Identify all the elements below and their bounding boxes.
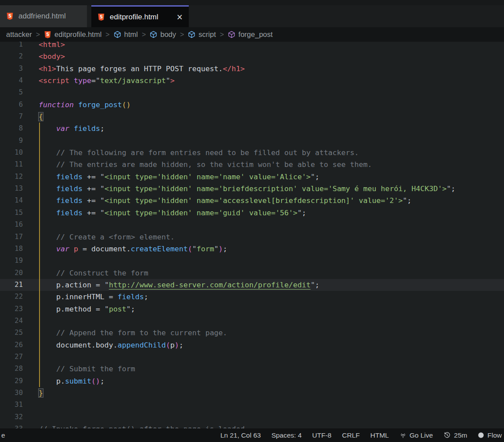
line-number[interactable]: 16 [0, 219, 23, 231]
line-number[interactable]: 26 [0, 339, 23, 351]
breadcrumb-item-body[interactable]: body [150, 30, 176, 39]
breadcrumb-item-forge-post[interactable]: forge_post [228, 30, 273, 39]
code-line-32[interactable]: 32 [0, 411, 504, 423]
code-line-13[interactable]: 13 fields += "<input type='hidden' name=… [0, 183, 504, 195]
line-number[interactable]: 27 [0, 351, 23, 363]
line-number[interactable]: 3 [0, 63, 23, 75]
code-line-29[interactable]: 29 p.submit(); [0, 375, 504, 387]
line-number[interactable]: 18 [0, 243, 23, 255]
code-line-26[interactable]: 26 document.body.appendChild(p); [0, 339, 504, 351]
code-line-6[interactable]: 6function forge_post() [0, 99, 504, 111]
code-line-14[interactable]: 14 fields += "<input type='hidden' name=… [0, 195, 504, 207]
code-line-28[interactable]: 28 // Submit the form [0, 363, 504, 375]
code-text: <script type="text/javascript"> [39, 75, 175, 87]
line-number[interactable]: 12 [0, 171, 23, 183]
breadcrumb-item-attacker[interactable]: attacker [6, 30, 32, 39]
line-number[interactable]: 33 [0, 423, 23, 428]
line-number[interactable]: 9 [0, 135, 23, 147]
line-number[interactable]: 22 [0, 291, 23, 303]
html5-icon: 5 [44, 31, 51, 39]
line-number[interactable]: 15 [0, 207, 23, 219]
code-line-7[interactable]: 7{ [0, 111, 504, 123]
status-item-ln-21-col-63[interactable]: Ln 21, Col 63 [220, 431, 261, 439]
code-line-20[interactable]: 20 // Construct the form [0, 267, 504, 279]
breadcrumb-item-html[interactable]: html [114, 30, 138, 39]
code-line-5[interactable]: 5 [0, 87, 504, 98]
status-item-go-live[interactable]: Go Live [400, 431, 433, 439]
code-token [39, 281, 56, 289]
line-number[interactable]: 19 [0, 255, 23, 267]
status-item-crlf[interactable]: CRLF [342, 431, 360, 439]
code-line-9[interactable]: 9 [0, 135, 504, 147]
line-number[interactable]: 10 [0, 147, 23, 159]
code-area[interactable]: 1<html>2<body>3<h1>This page forges an H… [0, 42, 504, 428]
code-line-8[interactable]: 8 var fields; [0, 123, 504, 134]
code-line-25[interactable]: 25 // Append the form to the current pag… [0, 327, 504, 339]
line-number[interactable]: 7 [0, 111, 23, 123]
line-number[interactable]: 2 [0, 51, 23, 62]
tab-editprofile-html[interactable]: 5editprofile.html× [91, 5, 189, 27]
status-item-utf-8[interactable]: UTF-8 [312, 431, 331, 439]
breadcrumb-item-script[interactable]: script [188, 30, 216, 39]
code-line-27[interactable]: 27 [0, 351, 504, 363]
line-number[interactable]: 4 [0, 75, 23, 87]
line-number[interactable]: 11 [0, 159, 23, 170]
code-line-31[interactable]: 31 [0, 399, 504, 411]
code-line-21[interactable]: 21 p.action = "http://www.seed-server.co… [0, 279, 504, 291]
code-line-1[interactable]: 1<html> [0, 42, 504, 51]
line-number[interactable]: 29 [0, 375, 23, 387]
code-token [39, 185, 56, 193]
status-bar-left: e [1, 428, 5, 442]
code-token: " [214, 245, 219, 253]
code-token: { [39, 112, 43, 121]
code-line-17[interactable]: 17 // Create a <form> element. [0, 231, 504, 243]
status-item-html[interactable]: HTML [370, 431, 389, 439]
code-line-16[interactable]: 16 [0, 219, 504, 231]
line-number[interactable]: 25 [0, 327, 23, 339]
code-line-2[interactable]: 2<body> [0, 51, 504, 62]
line-number[interactable]: 30 [0, 387, 23, 399]
close-icon[interactable]: × [177, 13, 183, 22]
status-item-flow[interactable]: Flow [478, 431, 502, 439]
breadcrumb-item-editprofile-html[interactable]: 5editprofile.html [44, 30, 101, 39]
line-number[interactable]: 20 [0, 267, 23, 279]
line-number[interactable]: 23 [0, 303, 23, 315]
code-line-11[interactable]: 11 // The entries are made hidden, so th… [0, 159, 504, 170]
editor[interactable]: 1<html>2<body>3<h1>This page forges an H… [0, 42, 504, 428]
status-item-e[interactable]: e [1, 431, 5, 439]
svg-text:5: 5 [8, 14, 11, 18]
code-line-33[interactable]: 33// Invoke forge_post() after the page … [0, 423, 504, 428]
code-token: type [74, 76, 91, 85]
line-number[interactable]: 14 [0, 195, 23, 207]
line-number[interactable]: 5 [0, 87, 23, 98]
line-number[interactable]: 31 [0, 399, 23, 411]
line-number[interactable]: 32 [0, 411, 23, 423]
code-token [39, 365, 56, 373]
code-line-24[interactable]: 24 [0, 315, 504, 327]
line-number[interactable]: 24 [0, 315, 23, 327]
line-number[interactable]: 13 [0, 183, 23, 195]
code-text: p.method = "post"; [39, 303, 135, 315]
code-line-30[interactable]: 30} [0, 387, 504, 399]
code-line-18[interactable]: 18 var p = document.createElement("form"… [0, 243, 504, 255]
line-number[interactable]: 21 [0, 279, 23, 291]
code-line-3[interactable]: 3<h1>This page forges an HTTP POST reque… [0, 63, 504, 75]
status-item-label: HTML [370, 431, 389, 439]
code-line-12[interactable]: 12 fields += "<input type='hidden' name=… [0, 171, 504, 183]
status-item-25m[interactable]: 25m [443, 431, 467, 439]
line-number[interactable]: 17 [0, 231, 23, 243]
line-number[interactable]: 28 [0, 363, 23, 375]
line-number[interactable]: 1 [0, 42, 23, 51]
code-line-19[interactable]: 19 [0, 255, 504, 267]
line-number[interactable]: 6 [0, 99, 23, 111]
code-line-4[interactable]: 4<script type="text/javascript"> [0, 75, 504, 87]
code-token: createElement [131, 245, 188, 253]
code-line-23[interactable]: 23 p.method = "post"; [0, 303, 504, 315]
line-number[interactable]: 8 [0, 123, 23, 134]
code-line-22[interactable]: 22 p.innerHTML = fields; [0, 291, 504, 303]
tab-bar: 5addfriend.html5editprofile.html× [0, 0, 504, 27]
tab-addfriend-html[interactable]: 5addfriend.html [0, 5, 87, 27]
code-line-15[interactable]: 15 fields += "<input type='hidden' name=… [0, 207, 504, 219]
code-line-10[interactable]: 10 // The following are form entries nee… [0, 147, 504, 159]
status-item-spaces-4[interactable]: Spaces: 4 [271, 431, 302, 439]
